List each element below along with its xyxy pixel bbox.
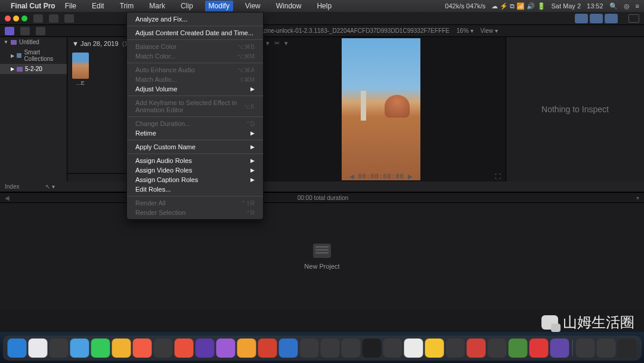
dock-app-21[interactable] <box>446 339 465 358</box>
menu-analyze-and-fix[interactable]: Analyze and Fix... <box>127 14 263 24</box>
menu-item-window[interactable]: Window <box>273 1 305 11</box>
menu-item-trim[interactable]: Trim <box>116 1 138 11</box>
window-close[interactable] <box>5 16 11 21</box>
viewer-canvas[interactable] <box>342 38 420 180</box>
menu-item-help[interactable]: Help <box>313 1 335 11</box>
menu-separator <box>127 140 263 140</box>
viewer-tool-2[interactable]: ▾ <box>266 39 270 47</box>
play-prev-icon[interactable]: ◀ <box>349 173 354 180</box>
dock-app-23[interactable] <box>488 339 507 358</box>
dock-app-18[interactable] <box>383 339 402 358</box>
fullscreen-icon[interactable]: ⛶ <box>495 173 501 180</box>
watermark: 山姆生活圈 <box>541 313 634 332</box>
menu-item-modify[interactable]: Modify <box>205 1 233 11</box>
spotlight-icon[interactable]: 🔍 <box>609 2 618 10</box>
app-name[interactable]: Final Cut Pro <box>11 2 55 10</box>
menu-item-file[interactable]: File <box>61 1 80 11</box>
menu-assign-caption-roles[interactable]: Assign Caption Roles▶ <box>127 175 263 184</box>
dock-app-6[interactable] <box>133 339 152 358</box>
viewer-tool-3[interactable]: ✂ <box>274 39 280 47</box>
siri-icon[interactable]: ◎ <box>624 2 630 10</box>
zoom-level[interactable]: 16% ▾ <box>457 27 473 34</box>
dock-app-28[interactable] <box>597 339 616 358</box>
menu-retime[interactable]: Retime▶ <box>127 128 263 138</box>
dock-app-24[interactable] <box>509 339 528 358</box>
menu-item-clip[interactable]: Clip <box>177 1 197 11</box>
dock-app-7[interactable] <box>154 339 173 358</box>
dock-app-2[interactable] <box>49 339 69 358</box>
libraries-sidebar-icon[interactable] <box>5 27 14 35</box>
menu-match-color: Match Color...⌥⌘M <box>127 51 263 61</box>
dock-app-16[interactable] <box>342 339 361 358</box>
menu-separator <box>127 63 263 63</box>
share-button[interactable] <box>628 14 639 23</box>
menu-item-view[interactable]: View <box>242 1 264 11</box>
dock-app-15[interactable] <box>321 339 340 358</box>
dock-app-3[interactable] <box>70 339 89 358</box>
menu-render-all: Render All⌃⇧R <box>127 198 263 208</box>
view-menu[interactable]: View ▾ <box>481 27 498 34</box>
toggle-inspector[interactable] <box>605 14 618 23</box>
timeline-history-icon[interactable]: ▾ <box>636 195 639 201</box>
dock-app-19[interactable] <box>404 339 423 358</box>
dock-app-26[interactable] <box>550 339 569 358</box>
menu-assign-audio-roles[interactable]: Assign Audio Roles▶ <box>127 156 263 165</box>
dock-app-12[interactable] <box>258 339 277 358</box>
menu-adjust-volume[interactable]: Adjust Volume▶ <box>127 84 263 94</box>
inspector: Nothing to Inspect <box>506 37 644 182</box>
sidebar-item-5-2-20[interactable]: ▶ 5-2-20 <box>0 64 67 74</box>
viewer-tool-4[interactable]: ▾ <box>284 39 288 47</box>
dock-app-10[interactable] <box>216 339 236 358</box>
window-minimize[interactable] <box>13 16 19 21</box>
photos-sidebar-icon[interactable] <box>20 27 30 35</box>
play-next-icon[interactable]: ▶ <box>408 173 413 180</box>
dock <box>3 336 642 361</box>
dock-app-27[interactable] <box>576 339 595 358</box>
new-project-label: New Project <box>304 263 339 270</box>
menu-adjust-content-created-date-and-time[interactable]: Adjust Content Created Date and Time... <box>127 28 263 38</box>
titles-sidebar-icon[interactable] <box>36 27 45 35</box>
menu-change-duration: Change Duration...⌃D <box>127 119 263 128</box>
menu-separator <box>127 153 263 154</box>
menu-apply-custom-name[interactable]: Apply Custom Name▶ <box>127 142 263 152</box>
dock-app-14[interactable] <box>300 339 319 358</box>
net-stats: 042k/s 047k/s <box>445 2 485 10</box>
tl-tool-arrow[interactable]: ↖ ▾ <box>45 183 55 190</box>
sidebar-item-untitled[interactable]: ▼ Untitled <box>0 37 67 47</box>
dock-app-11[interactable] <box>237 339 256 358</box>
bg-tasks-button[interactable] <box>64 14 74 23</box>
notification-center-icon[interactable]: ≡ <box>636 2 639 10</box>
new-project-icon[interactable] <box>313 244 331 258</box>
dock-app-13[interactable] <box>279 339 298 358</box>
dock-app-8[interactable] <box>175 339 194 358</box>
timeline-duration: 00:00 total duration <box>10 195 636 201</box>
timeline-back-icon[interactable]: ◀ <box>5 195 10 201</box>
viewer-timecode: 00:00:00:00 <box>358 173 404 180</box>
menu-item-edit[interactable]: Edit <box>88 1 108 11</box>
toggle-browser[interactable] <box>575 14 588 23</box>
dock-app-4[interactable] <box>91 339 110 358</box>
dock-app-5[interactable] <box>112 339 131 358</box>
menu-separator <box>127 196 263 196</box>
menu-auto-enhance-audio: Auto Enhance Audio⌥⌘A <box>127 65 263 75</box>
menu-edit-roles[interactable]: Edit Roles... <box>127 184 263 194</box>
keyword-button[interactable] <box>49 14 58 23</box>
dock-app-9[interactable] <box>196 339 215 358</box>
dock-app-25[interactable] <box>530 339 549 358</box>
timeline[interactable]: New Project <box>0 203 644 310</box>
dock-app-0[interactable] <box>8 339 27 358</box>
menu-assign-video-roles[interactable]: Assign Video Roles▶ <box>127 165 263 175</box>
dock-app-20[interactable] <box>425 339 444 358</box>
menu-item-mark[interactable]: Mark <box>145 1 169 11</box>
dock-app-17[interactable] <box>363 339 382 358</box>
import-button[interactable] <box>33 14 43 23</box>
dock-app-22[interactable] <box>467 339 486 358</box>
clip-thumbnail[interactable]: ...E <box>72 53 89 86</box>
dock-app-1[interactable] <box>29 339 48 358</box>
window-zoom[interactable] <box>21 16 27 21</box>
menu-render-selection: Render Selection⌃R <box>127 208 263 217</box>
dock-app-29[interactable] <box>618 339 637 358</box>
timeline-index-button[interactable]: Index <box>5 183 19 190</box>
toggle-timeline[interactable] <box>590 14 603 23</box>
sidebar-item-smart-collections[interactable]: ▶ Smart Collections <box>0 47 67 64</box>
